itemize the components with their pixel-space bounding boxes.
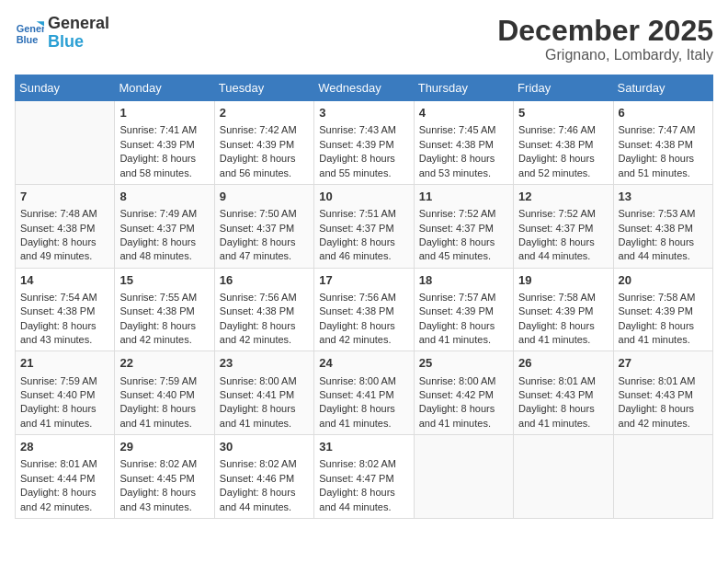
daylight-text: Daylight: 8 hours and 42 minutes. (20, 486, 109, 514)
sunset-text: Sunset: 4:38 PM (20, 304, 109, 318)
logo: General Blue General Blue (15, 15, 109, 52)
day-number: 11 (419, 189, 508, 205)
day-number: 15 (119, 272, 209, 289)
sunrise-text: Sunrise: 7:56 AM (319, 291, 408, 304)
weekday-header-friday: Friday (514, 75, 613, 101)
month-title: December 2025 (497, 15, 713, 47)
day-number: 31 (319, 439, 408, 455)
sunrise-text: Sunrise: 7:47 AM (619, 123, 708, 137)
calendar-cell: 31Sunrise: 8:02 AMSunset: 4:47 PMDayligh… (314, 435, 414, 519)
day-number: 24 (319, 355, 408, 372)
sunset-text: Sunset: 4:38 PM (20, 222, 109, 236)
sunset-text: Sunset: 4:38 PM (319, 304, 408, 318)
calendar-cell: 1Sunrise: 7:41 AMSunset: 4:39 PMDaylight… (115, 101, 214, 185)
calendar-cell (514, 435, 613, 519)
sunrise-text: Sunrise: 8:01 AM (20, 457, 109, 471)
daylight-text: Daylight: 8 hours and 55 minutes. (319, 152, 408, 180)
sunset-text: Sunset: 4:37 PM (119, 222, 209, 236)
sunset-text: Sunset: 4:45 PM (119, 472, 209, 486)
calendar-cell (414, 435, 513, 519)
svg-text:General: General (17, 23, 44, 34)
sunset-text: Sunset: 4:40 PM (20, 388, 109, 402)
sunrise-text: Sunrise: 7:59 AM (119, 374, 209, 388)
day-number: 3 (319, 105, 408, 121)
calendar-cell: 26Sunrise: 8:01 AMSunset: 4:43 PMDayligh… (514, 351, 613, 435)
sunrise-text: Sunrise: 7:57 AM (419, 291, 508, 304)
sunrise-text: Sunrise: 7:58 AM (619, 291, 708, 304)
sunset-text: Sunset: 4:41 PM (319, 388, 408, 402)
calendar-cell: 30Sunrise: 8:02 AMSunset: 4:46 PMDayligh… (214, 435, 313, 519)
day-number: 20 (619, 272, 708, 289)
weekday-header-monday: Monday (115, 75, 214, 101)
daylight-text: Daylight: 8 hours and 42 minutes. (319, 319, 408, 348)
sunrise-text: Sunrise: 7:46 AM (518, 123, 608, 137)
day-number: 27 (619, 355, 708, 372)
calendar-cell: 11Sunrise: 7:52 AMSunset: 4:37 PMDayligh… (414, 184, 513, 268)
calendar-cell: 18Sunrise: 7:57 AMSunset: 4:39 PMDayligh… (414, 268, 513, 351)
daylight-text: Daylight: 8 hours and 44 minutes. (518, 236, 608, 264)
daylight-text: Daylight: 8 hours and 41 minutes. (518, 402, 608, 431)
day-number: 19 (518, 272, 608, 289)
calendar-cell: 2Sunrise: 7:42 AMSunset: 4:39 PMDaylight… (214, 101, 313, 185)
daylight-text: Daylight: 8 hours and 48 minutes. (119, 236, 209, 264)
calendar-cell: 12Sunrise: 7:52 AMSunset: 4:37 PMDayligh… (514, 184, 613, 268)
sunset-text: Sunset: 4:44 PM (20, 472, 109, 486)
calendar-cell (613, 435, 712, 519)
calendar-cell: 14Sunrise: 7:54 AMSunset: 4:38 PMDayligh… (16, 268, 115, 351)
calendar-cell: 4Sunrise: 7:45 AMSunset: 4:38 PMDaylight… (414, 101, 513, 185)
weekday-header-thursday: Thursday (414, 75, 513, 101)
weekday-header-tuesday: Tuesday (214, 75, 313, 101)
sunrise-text: Sunrise: 7:54 AM (20, 291, 109, 304)
sunset-text: Sunset: 4:38 PM (220, 304, 309, 318)
calendar-cell: 19Sunrise: 7:58 AMSunset: 4:39 PMDayligh… (514, 268, 613, 351)
logo-line2: Blue (48, 33, 109, 52)
sunrise-text: Sunrise: 7:45 AM (419, 123, 508, 137)
day-number: 9 (220, 189, 309, 205)
sunset-text: Sunset: 4:41 PM (220, 388, 309, 402)
calendar-cell: 6Sunrise: 7:47 AMSunset: 4:38 PMDaylight… (613, 101, 712, 185)
sunrise-text: Sunrise: 8:01 AM (518, 374, 608, 388)
day-number: 29 (119, 439, 209, 455)
sunset-text: Sunset: 4:37 PM (319, 222, 408, 236)
daylight-text: Daylight: 8 hours and 43 minutes. (119, 486, 209, 514)
sunset-text: Sunset: 4:38 PM (619, 222, 708, 236)
logo-text: General Blue (48, 15, 109, 52)
calendar-cell: 28Sunrise: 8:01 AMSunset: 4:44 PMDayligh… (16, 435, 115, 519)
sunset-text: Sunset: 4:39 PM (119, 138, 209, 152)
calendar-cell: 21Sunrise: 7:59 AMSunset: 4:40 PMDayligh… (16, 351, 115, 435)
day-number: 2 (220, 105, 309, 121)
week-row-4: 21Sunrise: 7:59 AMSunset: 4:40 PMDayligh… (16, 351, 713, 435)
calendar-cell: 13Sunrise: 7:53 AMSunset: 4:38 PMDayligh… (613, 184, 712, 268)
daylight-text: Daylight: 8 hours and 41 minutes. (220, 402, 309, 431)
daylight-text: Daylight: 8 hours and 41 minutes. (419, 319, 508, 348)
title-block: December 2025 Grignano, Lombardy, Italy (497, 15, 713, 63)
sunset-text: Sunset: 4:37 PM (518, 222, 608, 236)
daylight-text: Daylight: 8 hours and 58 minutes. (119, 152, 209, 180)
day-number: 5 (518, 105, 608, 121)
daylight-text: Daylight: 8 hours and 44 minutes. (619, 236, 708, 264)
calendar-cell: 3Sunrise: 7:43 AMSunset: 4:39 PMDaylight… (314, 101, 414, 185)
sunset-text: Sunset: 4:42 PM (419, 388, 508, 402)
sunset-text: Sunset: 4:37 PM (220, 222, 309, 236)
location: Grignano, Lombardy, Italy (497, 47, 713, 63)
sunrise-text: Sunrise: 8:00 AM (220, 374, 309, 388)
weekday-header-wednesday: Wednesday (314, 75, 414, 101)
sunrise-text: Sunrise: 8:01 AM (619, 374, 708, 388)
calendar-cell: 17Sunrise: 7:56 AMSunset: 4:38 PMDayligh… (314, 268, 414, 351)
calendar-cell: 16Sunrise: 7:56 AMSunset: 4:38 PMDayligh… (214, 268, 313, 351)
sunset-text: Sunset: 4:39 PM (419, 304, 508, 318)
calendar-cell: 20Sunrise: 7:58 AMSunset: 4:39 PMDayligh… (613, 268, 712, 351)
sunrise-text: Sunrise: 8:02 AM (119, 457, 209, 471)
day-number: 21 (20, 355, 109, 372)
daylight-text: Daylight: 8 hours and 42 minutes. (619, 402, 708, 431)
daylight-text: Daylight: 8 hours and 46 minutes. (319, 236, 408, 264)
sunrise-text: Sunrise: 7:51 AM (319, 207, 408, 221)
calendar-cell: 9Sunrise: 7:50 AMSunset: 4:37 PMDaylight… (214, 184, 313, 268)
day-number: 6 (619, 105, 708, 121)
daylight-text: Daylight: 8 hours and 44 minutes. (319, 486, 408, 514)
sunset-text: Sunset: 4:39 PM (518, 304, 608, 318)
calendar-cell: 25Sunrise: 8:00 AMSunset: 4:42 PMDayligh… (414, 351, 513, 435)
calendar-cell: 7Sunrise: 7:48 AMSunset: 4:38 PMDaylight… (16, 184, 115, 268)
sunrise-text: Sunrise: 8:00 AM (319, 374, 408, 388)
daylight-text: Daylight: 8 hours and 41 minutes. (319, 402, 408, 431)
